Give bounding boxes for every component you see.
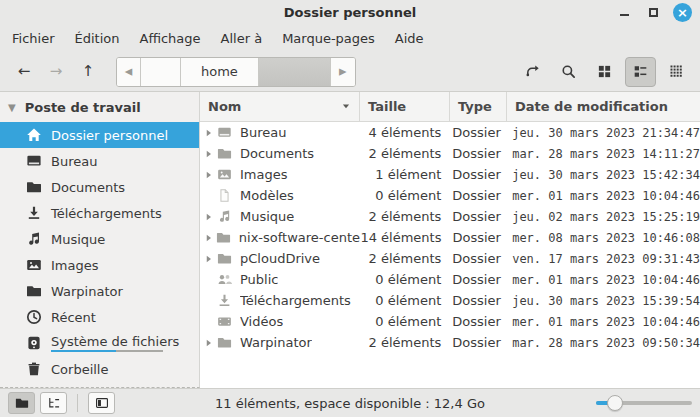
sidebar-item-label: Corbeille: [51, 362, 108, 377]
clock-icon: [26, 309, 42, 325]
expander-icon: [205, 171, 213, 179]
search-button[interactable]: [553, 57, 584, 87]
file-size: 2 éléments: [360, 335, 450, 350]
forward-arrow-icon: →: [50, 64, 63, 79]
folder-icon: [26, 283, 42, 299]
sidebar-item-label: Images: [51, 258, 99, 273]
sidebar-item-systeme-de-fichiers[interactable]: Système de fichiers: [0, 330, 199, 356]
sort-descending-icon: [341, 99, 351, 114]
table-row[interactable]: Téléchargements0 élémentDossierjeu. 30 m…: [200, 290, 700, 311]
sidebar-item-bureau[interactable]: Bureau: [0, 148, 199, 174]
zoom-slider[interactable]: [596, 394, 692, 412]
file-date: mer. 01 mars 2023 10:04:46: [506, 315, 700, 329]
chevron-left-icon: ◂: [125, 64, 133, 79]
file-date: mar. 28 mars 2023 14:11:27: [506, 147, 700, 161]
back-arrow-button[interactable]: ←: [8, 58, 40, 86]
collapse-triangle-icon: ▼: [8, 102, 16, 113]
sidebar-item-musique[interactable]: Musique: [0, 226, 199, 252]
sidebar-item-label: Warpinator: [51, 284, 123, 299]
compact-view-button[interactable]: [661, 57, 692, 87]
table-row[interactable]: Public0 élémentDossiermer. 01 mars 2023 …: [200, 269, 700, 290]
file-name: Bureau: [240, 125, 286, 140]
sidebar-items: Dossier personnelBureauDocumentsTéléchar…: [0, 122, 199, 382]
maximize-icon: [649, 8, 658, 17]
row-expander[interactable]: [203, 171, 215, 179]
expander-icon: [205, 150, 213, 158]
column-header-type[interactable]: Type: [450, 92, 507, 121]
sidebar-item-telechargements[interactable]: Téléchargements: [0, 200, 199, 226]
file-list-pane: Nom Taille Type Date de modification Bur…: [200, 92, 700, 388]
file-size: 1 élément: [360, 167, 450, 182]
table-row[interactable]: nix-software-center14 élémentsDossiermer…: [200, 227, 700, 248]
column-header-date[interactable]: Date de modification: [507, 92, 700, 121]
desktop-icon: [26, 153, 42, 169]
column-header-size[interactable]: Taille: [360, 92, 450, 121]
file-name: Warpinator: [240, 335, 312, 350]
maximize-button[interactable]: [644, 3, 662, 21]
table-row[interactable]: Documents2 élémentsDossiermar. 28 mars 2…: [200, 143, 700, 164]
sidebar-item-corbeille[interactable]: Corbeille: [0, 356, 199, 382]
menu-marque-pages[interactable]: Marque-pages: [272, 28, 385, 49]
toggle-location-entry-button[interactable]: [517, 57, 548, 87]
folder-icon: [217, 251, 232, 267]
places-folder-button[interactable]: [8, 392, 35, 414]
row-expander[interactable]: [203, 129, 215, 137]
menu-edition[interactable]: Édition: [65, 28, 130, 49]
file-size: 0 élément: [360, 314, 450, 329]
close-button[interactable]: ×: [673, 3, 692, 22]
video-icon: [217, 314, 232, 330]
breadcrumb-next-button[interactable]: ▸: [331, 58, 355, 86]
row-expander[interactable]: [203, 150, 215, 158]
file-name: Modèles: [240, 188, 294, 203]
file-type: Dossier: [449, 314, 506, 329]
hide-sidebar-icon: [95, 396, 109, 410]
file-date: mar. 28 mars 2023 09:50:34: [506, 336, 700, 350]
file-date: jeu. 30 mars 2023 21:34:47: [506, 126, 700, 140]
file-date: ven. 17 mars 2023 09:31:43: [506, 252, 700, 266]
row-expander[interactable]: [203, 213, 215, 221]
table-row[interactable]: Musique2 élémentsDossierjeu. 02 mars 202…: [200, 206, 700, 227]
disk-usage-bar: [51, 350, 163, 352]
file-name: nix-software-center: [239, 230, 360, 245]
sidebar-item-warpinator[interactable]: Warpinator: [0, 278, 199, 304]
expander-icon: [205, 129, 213, 137]
minimize-button[interactable]: [615, 3, 633, 21]
menu-affichage[interactable]: Affichage: [129, 28, 210, 49]
drive-icon: [26, 335, 42, 351]
folder-icon: [216, 230, 231, 246]
table-row[interactable]: Vidéos0 élémentDossiermer. 01 mars 2023 …: [200, 311, 700, 332]
file-type: Dossier: [449, 251, 506, 266]
menu-aller-a[interactable]: Aller à: [211, 28, 273, 49]
sidebar-item-documents[interactable]: Documents: [0, 174, 199, 200]
up-arrow-button[interactable]: ↑: [72, 58, 104, 86]
sidebar-item-recent[interactable]: Récent: [0, 304, 199, 330]
breadcrumb-segment-home[interactable]: home: [181, 58, 259, 86]
breadcrumb-segment-drive[interactable]: [141, 58, 181, 86]
table-row[interactable]: pCloudDrive2 élémentsDossierven. 17 mars…: [200, 248, 700, 269]
tree-view-button[interactable]: [40, 392, 67, 414]
icon-view-button[interactable]: [589, 57, 620, 87]
table-row[interactable]: Bureau4 élémentsDossierjeu. 30 mars 2023…: [200, 122, 700, 143]
table-row[interactable]: Warpinator2 élémentsDossiermar. 28 mars …: [200, 332, 700, 353]
menu-aide[interactable]: Aide: [385, 28, 434, 49]
column-header-name[interactable]: Nom: [200, 92, 360, 121]
slider-thumb[interactable]: [607, 395, 623, 411]
breadcrumb-prev-button[interactable]: ◂: [117, 58, 141, 86]
table-row[interactable]: Images1 élémentDossierjeu. 30 mars 2023 …: [200, 164, 700, 185]
forward-arrow-button: →: [40, 58, 72, 86]
row-expander[interactable]: [203, 339, 215, 347]
list-view-icon: [633, 64, 648, 79]
file-type: Dossier: [449, 209, 506, 224]
sidebar-item-dossier-personnel[interactable]: Dossier personnel: [0, 122, 199, 148]
sidebar-item-images[interactable]: Images: [0, 252, 199, 278]
row-expander[interactable]: [203, 255, 215, 263]
sidebar-section-header[interactable]: ▼ Poste de travail: [0, 92, 199, 122]
table-row[interactable]: Modèles0 élémentDossiermer. 01 mars 2023…: [200, 185, 700, 206]
row-expander[interactable]: [203, 234, 214, 242]
hide-sidebar-button[interactable]: [88, 392, 115, 414]
sidebar-item-label: Musique: [51, 232, 105, 247]
sidebar-item-label: Dossier personnel: [51, 128, 168, 143]
list-view-button[interactable]: [625, 57, 656, 87]
menu-fichier[interactable]: Fichier: [2, 28, 65, 49]
breadcrumb-segment-home[interactable]: [259, 58, 331, 86]
